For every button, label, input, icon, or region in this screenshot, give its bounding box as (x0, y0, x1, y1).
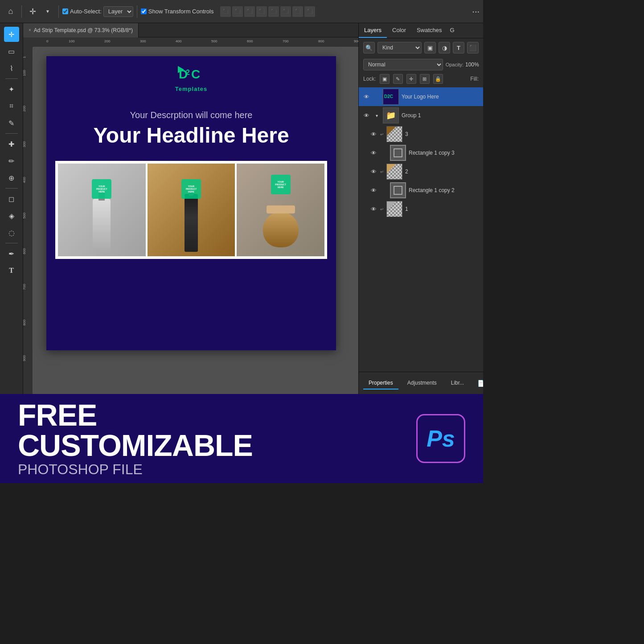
ruler-v-300: 300 (23, 141, 26, 147)
wand-tool[interactable]: ✦ (4, 82, 19, 97)
ps-label: Ps (427, 425, 455, 452)
product-1-brand: YOURPRODUCTHERE (92, 179, 111, 199)
move-tool[interactable]: ✛ (4, 27, 19, 42)
svg-text:D2C: D2C (384, 94, 393, 99)
tab-libraries[interactable]: Libr... (446, 377, 469, 390)
ruler-v-100: 100 (23, 70, 26, 76)
align-top-icon[interactable]: ⬛ (256, 6, 267, 17)
layer-eye-rect3[interactable]: 👁 (369, 149, 377, 157)
ad-logo-area: D 2 C Templates (46, 56, 336, 92)
healing-tool[interactable]: ✚ (4, 136, 19, 152)
kind-pixel-icon[interactable]: ▣ (424, 42, 436, 53)
gradient-tool[interactable]: ◈ (4, 208, 19, 223)
align-center-h-icon[interactable]: ⬛ (232, 6, 243, 17)
layer-row-group1[interactable]: 👁 ▾ 📁 Group 1 (359, 106, 483, 125)
layer-eye-rect2[interactable]: 👁 (369, 186, 377, 194)
layer-expand-logo (373, 93, 380, 100)
auto-select-checkbox[interactable] (62, 8, 68, 14)
tab-extra[interactable]: G (447, 23, 457, 38)
kind-search-icon[interactable]: 🔍 (363, 42, 375, 53)
layer-name-logo: Your Logo Here (402, 94, 480, 100)
layer-expand-rect3 (380, 149, 387, 156)
tool-sep-1 (5, 78, 18, 79)
promo-free-text: FREE (18, 400, 407, 430)
layer-row-1[interactable]: 👁 ↵ 1 (359, 200, 483, 218)
lasso-tool[interactable]: ⌇ (4, 61, 19, 76)
layer-eye-group1[interactable]: 👁 (362, 111, 370, 119)
document-tab[interactable]: × Ad Strip Template.psd @ 73.3% (RGB/8*) (23, 23, 139, 37)
more-icon[interactable]: ··· (472, 6, 480, 16)
tab-adjustments[interactable]: Adjustments (402, 377, 442, 390)
opacity-value: 100% (465, 62, 479, 68)
layer-expand-group1[interactable]: ▾ (373, 112, 380, 119)
blur-tool[interactable]: ◌ (4, 225, 19, 240)
left-tools-panel: ✛ ▭ ⌇ ✦ ⌗ ✎ ✚ ✏ ⊕ ◻ ◈ ◌ ✒ T (0, 23, 23, 394)
kind-adjust-icon[interactable]: ◑ (439, 42, 450, 53)
layer-row-3[interactable]: 👁 ↵ 3 (359, 125, 483, 144)
layer-thumb-logo: D2C (383, 89, 399, 105)
kind-shape-icon[interactable]: ⬛ (467, 42, 479, 53)
lock-all-icon[interactable]: 🔒 (433, 74, 443, 84)
layer-eye-3[interactable]: 👁 (369, 130, 377, 138)
layer-row-rect2[interactable]: 👁 Rectangle 1 copy 2 (359, 181, 483, 200)
right-panel: Layers Color Swatches G 🔍 Kind ▣ ◑ T ⬛ N… (358, 23, 483, 394)
jar3-shape (263, 212, 299, 247)
thumb-logo-svg: D2C (383, 89, 398, 104)
blend-mode-dropdown[interactable]: Normal (363, 59, 443, 70)
brush-tool[interactable]: ✏ (4, 153, 19, 168)
tab-layers[interactable]: Layers (359, 23, 387, 38)
ruler-h-700: 700 (283, 39, 288, 43)
move-tool-group: ✛ ▼ (25, 4, 55, 19)
layer-row-logo[interactable]: 👁 D2C Your Logo Here (359, 87, 483, 106)
lock-artboard-icon[interactable]: ⊞ (420, 74, 430, 84)
align-left-icon[interactable]: ⬛ (220, 6, 231, 17)
crop-tool[interactable]: ⌗ (4, 98, 19, 114)
bottle2-shape (185, 194, 198, 252)
ad-products-strip: YOURPRODUCTHERE YOURPRODUCTHERE (55, 161, 327, 259)
layer-row-2[interactable]: 👁 ↵ 2 (359, 162, 483, 181)
select-tool[interactable]: ▭ (4, 44, 19, 59)
transform-checkbox[interactable] (141, 8, 147, 14)
kind-dropdown[interactable]: Kind (377, 42, 422, 53)
lock-checkerboard-icon[interactable]: ▣ (380, 74, 390, 84)
document-icon: 📄 (477, 380, 483, 387)
move-icon[interactable]: ✛ (25, 4, 40, 19)
tool-sep-3 (5, 188, 18, 189)
layer-thumb-2 (386, 164, 402, 180)
align-bottom-icon[interactable]: ⬛ (280, 6, 291, 17)
product-2-brand: YOURPRODUCTHERE (181, 179, 201, 199)
ps-icon-container: Ps (416, 414, 465, 463)
tab-color[interactable]: Color (387, 23, 411, 38)
distribute-icon[interactable]: ⬛ (292, 6, 303, 17)
tab-properties[interactable]: Properties (363, 377, 398, 390)
tab-bar: × Ad Strip Template.psd @ 73.3% (RGB/8*) (23, 23, 358, 37)
layer-chain-2: ↵ (380, 169, 384, 174)
kind-text-icon[interactable]: T (453, 42, 464, 53)
promo-text-block: FREE CUSTOMIZABLE PHOTOSHOP FILE (18, 400, 407, 478)
layer-name-3: 3 (405, 131, 480, 137)
layer-eye-1[interactable]: 👁 (369, 205, 377, 213)
tab-swatches[interactable]: Swatches (411, 23, 447, 38)
align-center-v-icon[interactable]: ⬛ (268, 6, 279, 17)
layer-name-group1: Group 1 (402, 112, 480, 119)
layer-name-rect2: Rectangle 1 copy 2 (409, 187, 480, 193)
layer-select[interactable]: Layer (103, 6, 133, 17)
tab-close[interactable]: × (29, 28, 31, 33)
align-right-icon[interactable]: ⬛ (244, 6, 255, 17)
type-tool[interactable]: T (4, 263, 19, 278)
home-icon[interactable]: ⌂ (4, 4, 18, 19)
pen-tool[interactable]: ✒ (4, 246, 19, 261)
move-dropdown-icon[interactable]: ▼ (41, 4, 55, 19)
layer-name-2: 2 (405, 168, 480, 175)
layers-list[interactable]: 👁 D2C Your Logo Here 👁 ▾ 📁 Group 1 (359, 86, 483, 372)
lock-move-icon[interactable]: ✛ (406, 74, 416, 84)
distribute2-icon[interactable]: ⬛ (304, 6, 315, 17)
layer-eye-logo[interactable]: 👁 (362, 93, 370, 101)
canvas-content: D 2 C Templates Your Descrption will com… (33, 47, 358, 394)
layer-eye-2[interactable]: 👁 (369, 168, 377, 176)
clone-tool[interactable]: ⊕ (4, 170, 19, 185)
layer-row-rect3[interactable]: 👁 Rectangle 1 copy 3 (359, 144, 483, 162)
eraser-tool[interactable]: ◻ (4, 191, 19, 206)
lock-brush-icon[interactable]: ✎ (393, 74, 403, 84)
eyedropper-tool[interactable]: ✎ (4, 115, 19, 131)
